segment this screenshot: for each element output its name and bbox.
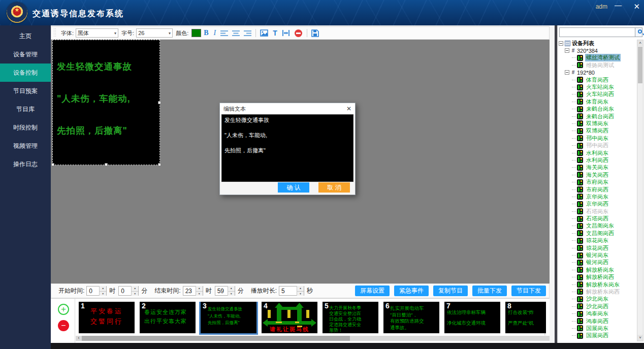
program-thumbnail[interactable]: 4	[262, 302, 317, 333]
device-name[interactable]: 体育岗西	[585, 76, 609, 84]
device-name[interactable]: 来鹤台岗东	[585, 105, 615, 113]
device-tree-item[interactable]: 螺丝湾桥测试	[572, 54, 636, 61]
insert-image-icon[interactable]	[260, 29, 268, 37]
cancel-button[interactable]: 取 消	[318, 182, 350, 193]
spin-up-icon[interactable]: ▲	[132, 286, 138, 291]
end-hour-input[interactable]: 23 ▲▼	[183, 286, 203, 296]
device-name[interactable]: 解放桥岗西	[585, 273, 615, 281]
device-group-header[interactable]: # 320*384	[565, 47, 636, 54]
spin-down-icon[interactable]: ▼	[228, 291, 235, 296]
device-name[interactable]: 石塔岗东	[585, 208, 609, 215]
device-tree-item[interactable]: 邗中岗东	[572, 135, 636, 142]
scrollbar-thumb[interactable]	[638, 47, 642, 83]
device-tree-item[interactable]: 解放桥东岗东	[572, 281, 636, 288]
device-tree-item[interactable]: 海关岗西	[572, 171, 636, 178]
device-tree-item[interactable]: 来鹤台岗东	[572, 106, 636, 113]
scroll-down-icon[interactable]: ˅	[637, 335, 643, 341]
program-thumbnail[interactable]: 1 平安春运交警同行	[79, 302, 135, 333]
device-group-header[interactable]: # 192*80	[565, 69, 636, 76]
action-button[interactable]: 紧急事件	[394, 285, 429, 296]
device-name[interactable]: 文昌阁岗西	[585, 230, 615, 237]
device-tree-item[interactable]: 邗中岗西	[572, 142, 636, 149]
device-name[interactable]: 京华岗东	[585, 193, 609, 201]
device-tree-item[interactable]: 鸿泰岗东	[572, 310, 636, 317]
spin-down-icon[interactable]: ▼	[100, 291, 106, 296]
sidebar-item[interactable]: 时段控制	[0, 118, 51, 137]
dialog-textarea[interactable]: 发生轻微交通事故 "人未伤，车能动, 先拍照，后撤离"	[221, 114, 353, 182]
playlist-horizontal-scrollbar[interactable]: ‹ ›	[76, 336, 566, 341]
device-name[interactable]: 沙北岗东	[585, 295, 609, 303]
scroll-left-icon[interactable]: ‹	[76, 336, 82, 341]
collapse-icon[interactable]	[559, 41, 563, 46]
spin-up-icon[interactable]: ▲	[100, 286, 106, 291]
tree-vertical-scrollbar[interactable]: ˄ ˅	[637, 40, 643, 341]
device-tree-item[interactable]: 水利岗西	[572, 156, 636, 164]
device-name[interactable]: 银河岗东	[585, 251, 609, 259]
device-name[interactable]: 火车站岗东	[585, 83, 615, 91]
sidebar-item[interactable]: 设备控制	[0, 64, 51, 82]
resize-handle[interactable]	[158, 163, 161, 166]
scroll-up-icon[interactable]: ˄	[637, 40, 643, 46]
sidebar-item[interactable]: 节目库	[0, 100, 51, 118]
device-name[interactable]: 国展岗东	[585, 325, 609, 332]
align-right-icon[interactable]	[244, 30, 251, 37]
device-tree-item[interactable]: 国展岗西	[572, 332, 636, 339]
device-name[interactable]: 文昌阁岗东	[585, 222, 615, 230]
program-thumbnail[interactable]: 7 依法治理非标车辆净化城市交通环境	[444, 302, 500, 333]
device-tree-item[interactable]: 银河岗东	[572, 251, 636, 259]
spin-up-icon[interactable]: ▲	[228, 286, 235, 291]
device-tree-item[interactable]: 沙北岗西	[572, 303, 636, 310]
remove-program-button[interactable]: −	[58, 320, 69, 331]
device-tree-item[interactable]: 解放桥东岗西	[572, 288, 636, 295]
device-name[interactable]: 解放桥东岗西	[585, 288, 621, 296]
toolbar-grip[interactable]	[54, 28, 56, 38]
program-thumbnail[interactable]: 8 打击改装"炸严查严处"机	[505, 302, 546, 333]
device-name[interactable]: 解放桥东岗东	[585, 281, 621, 289]
device-tree-item[interactable]: 市府岗西	[572, 186, 636, 193]
device-tree-item[interactable]: 京华岗西	[572, 201, 636, 208]
collapse-icon[interactable]	[565, 48, 569, 53]
device-name[interactable]: 市府岗东	[585, 178, 609, 186]
device-name[interactable]: 双博岗东	[585, 120, 609, 128]
device-tree-item[interactable]: 来鹤台岗西	[572, 113, 636, 120]
device-tree-item[interactable]: 维扬岗测试	[572, 61, 636, 69]
program-thumbnail[interactable]: 6 扎实开展电动车"百日整治"，有效预防道路交通事故。	[383, 302, 439, 333]
device-tree-item[interactable]: 沙北岗东	[572, 296, 636, 303]
save-icon[interactable]	[311, 29, 319, 37]
resize-handle[interactable]	[51, 163, 54, 166]
scrollbar-thumb[interactable]	[82, 336, 350, 341]
device-name[interactable]: 海关岗东	[585, 164, 609, 171]
action-button[interactable]: 屏幕设置	[355, 285, 390, 296]
device-tree-item[interactable]: 国展岗东	[572, 325, 636, 332]
collapse-icon[interactable]	[565, 70, 569, 75]
device-name[interactable]: 解放桥岗东	[585, 266, 615, 274]
italic-button[interactable]: I	[214, 28, 216, 38]
device-tree-item[interactable]: 石塔岗东	[572, 208, 636, 215]
device-tree-item[interactable]: 海关岗东	[572, 164, 636, 171]
device-name[interactable]: 石塔岗西	[585, 215, 609, 223]
device-name[interactable]: 海关岗西	[585, 171, 609, 179]
device-tree-item[interactable]: 京华岗东	[572, 193, 636, 200]
device-tree-item[interactable]: 琼花岗东	[572, 237, 636, 244]
device-name[interactable]: 沙北岗西	[585, 303, 609, 310]
scroll-down-icon[interactable]: ˅	[545, 334, 546, 335]
minimize-icon[interactable]: —	[615, 1, 622, 9]
device-name[interactable]: 邗中岗西	[585, 142, 609, 149]
duration-input[interactable]: 5 ▲▼	[279, 286, 304, 296]
align-left-icon[interactable]	[220, 30, 228, 37]
resize-handle[interactable]	[158, 101, 161, 104]
font-color-swatch[interactable]	[191, 29, 201, 37]
program-thumbnail[interactable]: 3 发生轻微交通事故"人未伤，车能动,先拍照，后撤离"	[201, 302, 256, 333]
add-program-button[interactable]: +	[58, 304, 69, 315]
device-tree-item[interactable]: 火车站岗东	[572, 83, 636, 90]
led-preview-panel[interactable]: 发生轻微交通事故"人未伤，车能动,先拍照，后撤离"	[52, 40, 160, 165]
device-name[interactable]: 螺丝湾桥测试	[585, 54, 621, 61]
device-name[interactable]: 来鹤台岗西	[585, 113, 615, 120]
program-thumbnail[interactable]: 5 大力开展秋冬季交通安全整治百日会战，全力稳定道路交通安全形势！	[323, 302, 378, 333]
device-tree-item[interactable]: 银河岗西	[572, 259, 636, 266]
start-minute-input[interactable]: 0 ▲▼	[118, 286, 139, 296]
device-name[interactable]: 国展岗西	[585, 332, 609, 339]
device-tree-root[interactable]: 设备列表	[559, 40, 636, 47]
dialog-close-icon[interactable]: ✕	[346, 105, 351, 112]
action-button[interactable]: 批量下发	[472, 285, 507, 296]
